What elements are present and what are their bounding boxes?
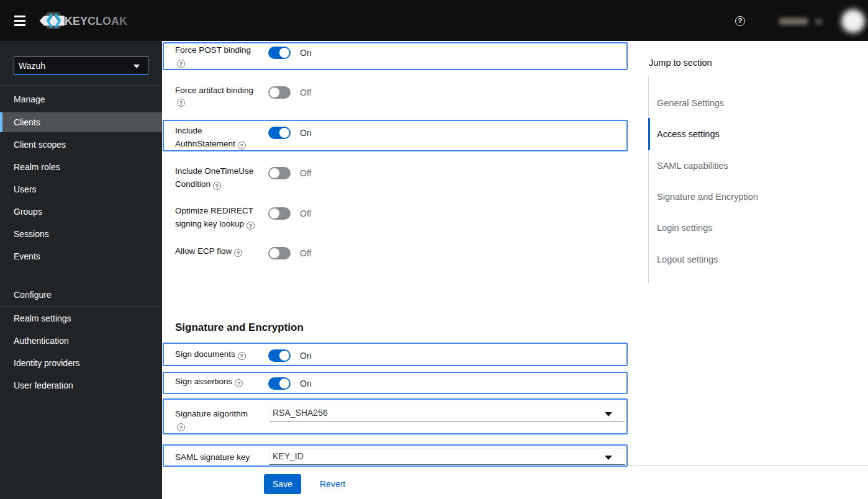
- svg-text:KEYCLOAK: KEYCLOAK: [65, 15, 127, 27]
